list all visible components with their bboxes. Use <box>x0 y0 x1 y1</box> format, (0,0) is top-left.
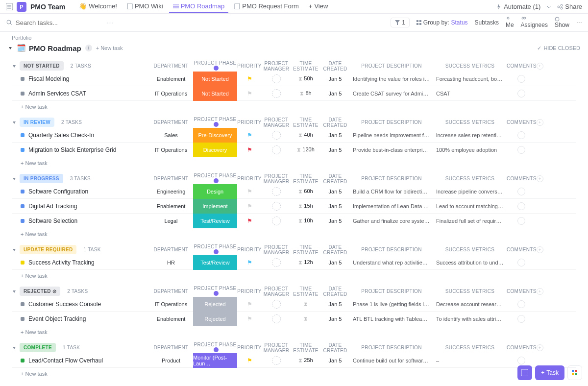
add-task-row[interactable]: + New task <box>12 228 576 240</box>
team-name[interactable]: PMO Team <box>30 3 65 11</box>
add-column[interactable]: + <box>537 175 546 182</box>
col-pm[interactable]: PROJECT MANAGER <box>262 61 291 72</box>
department-cell[interactable]: Engineering <box>149 189 193 194</box>
pm-cell[interactable] <box>262 131 291 140</box>
col-created[interactable]: DATE CREATED <box>320 244 350 255</box>
status-dot[interactable] <box>21 261 24 265</box>
metrics-cell[interactable]: 100% employee adoption <box>433 147 507 153</box>
status-dot[interactable] <box>21 92 24 96</box>
status-badge[interactable]: REJECTED ⊘ <box>20 287 60 296</box>
time-cell[interactable]: ⧗ 15h <box>291 203 320 209</box>
tab-wiki[interactable]: PMO Wiki <box>123 0 167 13</box>
phase-cell[interactable]: Rejected <box>193 297 237 312</box>
col-time[interactable]: TIME ESTIMATE <box>291 173 320 184</box>
col-comments[interactable]: COMMENTS <box>507 63 537 69</box>
task-row[interactable]: Fiscal Modeling Enablement Not Started ⚑… <box>12 72 576 86</box>
pm-cell[interactable] <box>262 314 291 323</box>
time-cell[interactable]: ⧗ 12h <box>291 259 320 265</box>
col-priority[interactable]: PRIORITY <box>237 63 262 69</box>
department-cell[interactable]: Legal <box>149 218 193 224</box>
col-desc[interactable]: PROJECT DESCRIPTION <box>350 176 433 181</box>
collapse-icon[interactable] <box>12 345 17 350</box>
col-desc[interactable]: PROJECT DESCRIPTION <box>350 120 433 125</box>
metrics-cell[interactable]: Success attribution to understand custom… <box>433 260 507 265</box>
info-icon[interactable]: i <box>85 45 92 51</box>
add-column[interactable]: + <box>537 63 546 70</box>
status-badge[interactable]: NOT STARTED <box>20 61 64 71</box>
col-time[interactable]: TIME ESTIMATE <box>291 244 320 255</box>
desc-cell[interactable]: Continue build out for software of the l… <box>350 358 433 363</box>
task-row[interactable]: Success Activity Tracking HR Test/Review… <box>12 255 576 270</box>
col-comments[interactable]: COMMENTS <box>507 120 537 125</box>
priority-cell[interactable]: ⚑ <box>237 188 262 195</box>
task-row[interactable]: Event Object Tracking Enablement Rejecte… <box>12 312 576 326</box>
share-button[interactable]: Share <box>557 3 582 10</box>
time-cell[interactable]: ⧗ 10h <box>291 217 320 224</box>
comments-cell[interactable] <box>507 315 536 323</box>
col-time[interactable]: TIME ESTIMATE <box>291 61 320 72</box>
status-dot[interactable] <box>21 317 24 321</box>
col-desc[interactable]: PROJECT DESCRIPTION <box>350 289 433 294</box>
phase-cell[interactable]: Not Started <box>193 86 237 101</box>
subtasks-button[interactable]: Subtasks <box>475 19 499 26</box>
metrics-cell[interactable]: Lead to account matching and handling of… <box>433 203 507 209</box>
comments-cell[interactable] <box>507 75 536 83</box>
col-metrics[interactable]: SUCCESS METRICS <box>433 247 507 252</box>
col-priority[interactable]: PRIORITY <box>237 289 262 294</box>
add-task-row[interactable]: + New task <box>12 157 576 169</box>
col-department[interactable]: DEPARTMENT <box>149 120 193 125</box>
col-priority[interactable]: PRIORITY <box>237 120 262 125</box>
col-department[interactable]: DEPARTMENT <box>149 63 193 69</box>
phase-cell[interactable]: Test/Review <box>193 255 237 270</box>
filter-count[interactable]: 1 <box>391 18 410 27</box>
desc-cell[interactable]: Understand what rep activities are leadi… <box>350 260 433 265</box>
comments-cell[interactable] <box>507 217 536 225</box>
me-button[interactable]: Me <box>506 17 514 28</box>
priority-cell[interactable]: ⚑ <box>237 315 262 322</box>
col-created[interactable]: DATE CREATED <box>320 342 350 353</box>
col-department[interactable]: DEPARTMENT <box>149 289 193 294</box>
col-phase[interactable]: PROJECT PHASE <box>193 60 237 72</box>
desc-cell[interactable]: Identifying the value for roles in each … <box>350 76 433 82</box>
comments-cell[interactable] <box>507 188 536 195</box>
department-cell[interactable]: Product <box>149 358 193 363</box>
add-task-row[interactable]: + New task <box>12 101 576 113</box>
col-created[interactable]: DATE CREATED <box>320 286 350 297</box>
list-title[interactable]: 🗓️PMO Roadmap <box>17 44 81 52</box>
add-column[interactable]: + <box>537 246 546 253</box>
pm-cell[interactable] <box>262 356 291 365</box>
task-row[interactable]: Software Selection Legal Test/Review ⚑ ⧗… <box>12 214 576 228</box>
collapse-icon[interactable] <box>12 64 17 69</box>
time-cell[interactable]: ⧗ <box>291 301 320 307</box>
time-cell[interactable]: ⧗ 25h <box>291 357 320 363</box>
col-priority[interactable]: PRIORITY <box>237 247 262 252</box>
task-row[interactable]: Migration to Slack Enterprise Grid IT Op… <box>12 143 576 157</box>
col-department[interactable]: DEPARTMENT <box>149 345 193 350</box>
status-dot[interactable] <box>21 204 24 208</box>
col-metrics[interactable]: SUCCESS METRICS <box>433 63 507 69</box>
comments-cell[interactable] <box>507 202 536 210</box>
add-task-row[interactable]: + New task <box>12 368 576 380</box>
priority-cell[interactable]: ⚑ <box>237 259 262 266</box>
status-dot[interactable] <box>21 190 24 193</box>
pm-cell[interactable] <box>262 300 291 309</box>
pm-cell[interactable] <box>262 202 291 211</box>
col-pm[interactable]: PROJECT MANAGER <box>262 286 291 297</box>
comments-cell[interactable] <box>507 146 536 154</box>
status-badge[interactable]: IN REVIEW <box>20 118 54 127</box>
col-phase[interactable]: PROJECT PHASE <box>193 286 237 297</box>
add-view-button[interactable]: +View <box>305 0 332 13</box>
ai-button[interactable] <box>517 365 532 380</box>
col-metrics[interactable]: SUCCESS METRICS <box>433 120 507 125</box>
col-pm[interactable]: PROJECT MANAGER <box>262 244 291 255</box>
col-phase[interactable]: PROJECT PHASE <box>193 342 237 353</box>
add-column[interactable]: + <box>537 119 546 126</box>
col-metrics[interactable]: SUCCESS METRICS <box>433 345 507 350</box>
comments-cell[interactable] <box>507 300 536 308</box>
department-cell[interactable]: Sales <box>149 132 193 138</box>
group-by[interactable]: Group by: Status <box>416 19 468 26</box>
add-task-row[interactable]: + New task <box>12 326 576 338</box>
priority-cell[interactable]: ⚑ <box>237 90 262 97</box>
department-cell[interactable]: IT Operations <box>149 91 193 96</box>
more-options-icon[interactable]: ⋯ <box>576 19 582 26</box>
